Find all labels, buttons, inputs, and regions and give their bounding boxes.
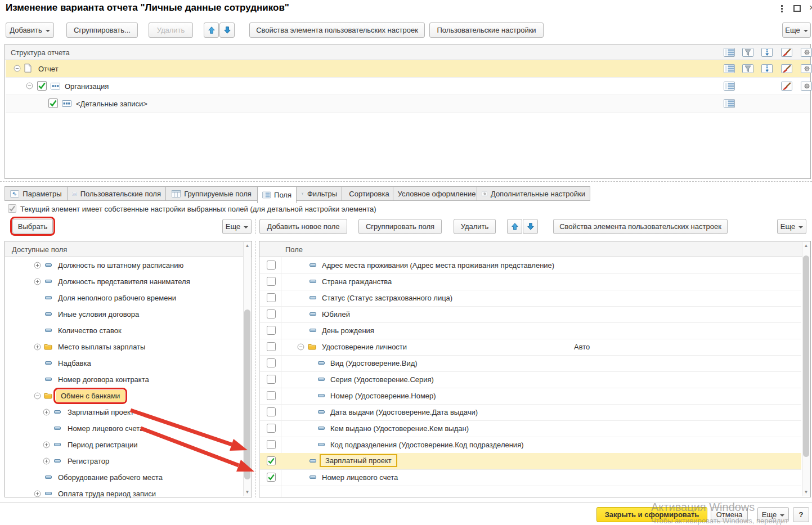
available-field-row[interactable]: Иные условия договора [6, 306, 243, 322]
expand-plus-icon[interactable] [43, 441, 50, 448]
collapse-icon[interactable] [14, 65, 21, 72]
tab-sorting[interactable]: Сортировка [342, 186, 393, 201]
selected-field-row-identity-doc[interactable]: Удостоверение личности Авто [260, 339, 801, 356]
available-field-row[interactable]: Количество ставок [6, 322, 243, 339]
tab-user-fields[interactable]: Пользовательские поля [67, 186, 166, 201]
additional-settings-icon[interactable] [801, 64, 812, 73]
help-button[interactable]: ? [793, 507, 809, 522]
expand-plus-icon[interactable] [43, 409, 50, 416]
selected-field-row[interactable]: Дата выдачи (Удостоверение.Дата выдачи) [260, 404, 801, 421]
available-fields-scrollbar[interactable]: ▲ ▼ [243, 242, 251, 496]
group-button[interactable]: Сгруппировать... [66, 23, 138, 38]
checkbox-checked-icon[interactable] [37, 81, 47, 91]
selected-field-row[interactable]: Адрес места проживания (Адрес места прож… [260, 257, 801, 274]
selected-field-row-account-number[interactable]: Номер лицевого счета [260, 469, 801, 486]
available-field-row[interactable]: Надбавка [6, 355, 243, 371]
expand-plus-icon[interactable] [34, 262, 41, 269]
expand-plus-icon[interactable] [34, 490, 41, 497]
add-button[interactable]: Добавить [6, 23, 54, 38]
available-field-row[interactable]: Номер лицевого счета [6, 420, 243, 437]
scrollbar-thumb[interactable] [803, 255, 809, 457]
checkbox-icon[interactable] [267, 358, 276, 367]
checkbox-icon[interactable] [267, 293, 276, 302]
expand-plus-icon[interactable] [34, 278, 41, 285]
checkbox-icon[interactable] [267, 375, 276, 384]
selected-field-row[interactable]: Код подразделения (Удостоверение.Код под… [260, 437, 801, 454]
field-element-properties-button[interactable]: Свойства элемента пользовательских настр… [553, 219, 728, 234]
available-field-row[interactable]: Период регистрации [6, 437, 243, 453]
additional-settings-icon[interactable] [801, 48, 812, 57]
close-icon[interactable]: × [809, 3, 812, 13]
more-button-available[interactable]: Еще [222, 219, 252, 234]
add-new-field-button[interactable]: Добавить новое поле [259, 219, 347, 234]
conditional-appearance-icon[interactable] [781, 48, 792, 57]
more-button-footer[interactable]: Еще [757, 507, 789, 522]
selected-field-row[interactable]: День рождения [260, 322, 801, 339]
checkbox-icon[interactable] [267, 309, 276, 318]
scrollbar-thumb[interactable] [244, 309, 250, 479]
scroll-down-icon[interactable]: ▼ [244, 488, 251, 496]
available-field-row[interactable]: Место выплаты зарплаты [6, 339, 243, 355]
delete-field-button[interactable]: Удалить [454, 219, 496, 234]
selected-field-row[interactable]: Страна гражданства [260, 273, 801, 290]
checkbox-checked-icon[interactable] [267, 456, 276, 465]
delete-button[interactable]: Удалить [149, 23, 193, 38]
scroll-up-icon[interactable]: ▲ [244, 242, 251, 250]
selected-fields-icon[interactable] [724, 48, 735, 57]
filter-icon[interactable] [742, 64, 753, 73]
element-properties-button[interactable]: Свойства элемента пользовательских настр… [249, 23, 425, 38]
field-move-up-button[interactable] [507, 219, 522, 234]
select-button[interactable]: Выбрать [12, 219, 53, 234]
structure-row-detail-records[interactable]: <Детальные записи> [6, 95, 810, 113]
additional-settings-icon[interactable] [801, 82, 812, 91]
checkbox-checked-icon[interactable] [48, 98, 58, 108]
checkbox-icon[interactable] [267, 261, 276, 270]
collapse-icon[interactable] [26, 82, 33, 89]
available-field-row[interactable]: Зарплатный проект [6, 404, 243, 420]
expand-plus-icon[interactable] [34, 343, 41, 351]
available-field-row[interactable]: Оплата труда период записи [6, 486, 243, 502]
filter-icon[interactable] [742, 48, 753, 57]
available-field-row[interactable]: Регистратор [6, 453, 243, 469]
conditional-appearance-icon[interactable] [781, 64, 792, 73]
available-field-row[interactable]: Номер договора контракта [6, 371, 243, 388]
move-up-button[interactable] [204, 23, 219, 38]
available-field-row[interactable]: Оборудование рабочего места [6, 469, 243, 486]
selected-field-row[interactable]: Статус (Статус застрахованного лица) [260, 290, 801, 307]
tab-groupable-fields[interactable]: Группируемые поля [165, 186, 258, 201]
own-settings-checkbox[interactable] [8, 204, 16, 213]
close-and-generate-button[interactable]: Закрыть и сформировать [596, 507, 707, 522]
selected-field-row-salary-project[interactable]: Зарплатный проект [260, 453, 801, 470]
selected-field-row[interactable]: Юбилей [260, 306, 801, 323]
tab-conditional-appearance[interactable]: Условное оформление [393, 186, 477, 201]
checkbox-icon[interactable] [267, 407, 276, 416]
scroll-down-icon[interactable]: ▼ [802, 488, 810, 496]
selected-fields-icon[interactable] [724, 82, 735, 91]
selected-field-row[interactable]: Кем выдано (Удостоверение.Кем выдан) [260, 420, 801, 437]
tab-filters[interactable]: Фильтры [296, 186, 342, 201]
expand-plus-icon[interactable] [43, 457, 50, 465]
checkbox-checked-icon[interactable] [267, 473, 276, 482]
cancel-button[interactable]: Отмена [711, 507, 748, 522]
sort-icon[interactable] [761, 64, 773, 73]
checkbox-icon[interactable] [267, 440, 276, 449]
tab-parameters[interactable]: Параметры [5, 186, 68, 201]
selected-fields-icon[interactable] [724, 99, 735, 108]
checkbox-icon[interactable] [267, 326, 276, 335]
more-button-top[interactable]: Еще [782, 23, 811, 38]
group-fields-button[interactable]: Сгруппировать поля [358, 219, 442, 234]
scroll-up-icon[interactable]: ▲ [802, 242, 810, 250]
sort-icon[interactable] [761, 48, 773, 57]
checkbox-icon[interactable] [267, 391, 276, 400]
available-field-row[interactable]: Должность представителя нанимателя [6, 273, 243, 290]
field-move-down-button[interactable] [523, 219, 538, 234]
checkbox-icon[interactable] [267, 277, 276, 286]
selected-field-row[interactable]: Серия (Удостоверение.Серия) [260, 371, 801, 388]
move-down-button[interactable] [219, 23, 235, 38]
selected-field-row[interactable]: Номер (Удостоверение.Номер) [260, 388, 801, 405]
available-field-row[interactable]: Доля неполного рабочего времени [6, 290, 243, 306]
tab-additional-settings[interactable]: Дополнительные настройки [477, 186, 590, 201]
selected-fields-scrollbar[interactable]: ▲ ▼ [802, 242, 810, 496]
checkbox-icon[interactable] [267, 342, 276, 351]
user-settings-button[interactable]: Пользовательские настройки [429, 23, 544, 38]
